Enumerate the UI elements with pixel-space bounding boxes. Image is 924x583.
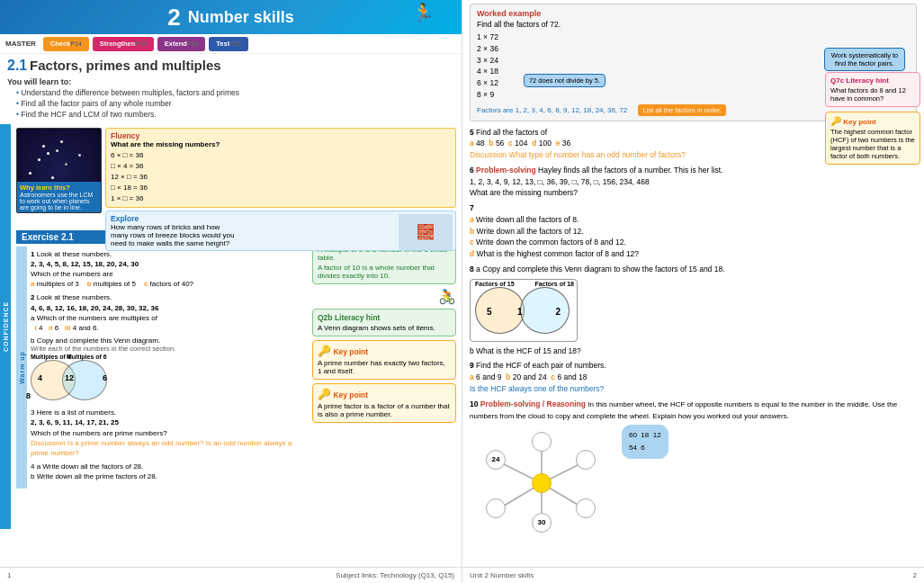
q2b-hint-text: A Venn diagram shows sets of items. — [318, 324, 451, 332]
why-learn-title: Why learn this? — [20, 184, 98, 192]
venn-area: b Copy and complete this Venn diagram. W… — [31, 336, 305, 405]
key-point-prime-factor-title: 🔑 Key point — [318, 388, 451, 400]
why-learn-box: Why learn this? Astronomers use the LCM … — [17, 182, 101, 212]
wheel-node-top — [532, 432, 552, 452]
explore-image: 🧱 — [399, 214, 453, 250]
fluency-title: Fluency — [111, 131, 451, 140]
literacy-hint-title: Q7c Literacy hint — [830, 76, 915, 85]
key-point-right-title: 🔑 Key point — [830, 116, 915, 126]
explore-text: How many rows of bricks and how many row… — [111, 223, 237, 247]
exercise-right-hints: Q1 hint A multiple of 3 is a number in t… — [312, 230, 456, 489]
venn-r-circle-right — [520, 287, 570, 334]
pair-1: 1 × 72 — [477, 31, 498, 43]
question-10: 10 Problem-solving / Reasoning In this n… — [470, 399, 917, 542]
fluency-item-3: 12 × □ = 36 — [111, 172, 451, 183]
q2b-hint-box: Q2b Literacy hint A Venn diagram shows s… — [312, 309, 456, 336]
wheel-node-top-left: 24 — [486, 450, 506, 470]
tab-strengthen[interactable]: Strengthen P15 — [93, 37, 154, 51]
key-point-prime-box: 🔑 Key point A prime number has exactly t… — [312, 340, 456, 380]
question-7: 7 a Write down all the factors of 8. b W… — [470, 202, 917, 260]
tab-extend[interactable]: Extend P22 — [157, 37, 205, 51]
wheel-node-bottom: 30 — [532, 513, 552, 533]
fluency-question: What are the missing numbers? — [111, 140, 451, 148]
fluency-explore-col: Fluency What are the missing numbers? 6 … — [105, 128, 456, 227]
question-3: 3 Here is a list of numbers. 2, 3, 6, 9,… — [31, 408, 305, 458]
warm-up-area: Warm up 1 Look at these numbers. 2, 3, 4… — [16, 247, 309, 489]
left-footer: 1 Subject links: Technology (Q13, Q15) — [0, 567, 462, 583]
literacy-hint-box: Q7c Literacy hint What factors do 8 and … — [825, 72, 920, 107]
image-fluency-row: Why learn this? Astronomers use the LCM … — [16, 128, 456, 227]
fluency-item-2: □ × 4 = 36 — [111, 161, 451, 172]
q2b-hint-title: Q2b Literacy hint — [318, 313, 451, 322]
q5-discussion: Discussion What type of number has an od… — [470, 150, 686, 159]
wheel-node-top-right — [576, 450, 596, 470]
space-image: Why learn this? Astronomers use the LCM … — [16, 128, 102, 213]
right-sidebar: Q7c Literacy hint What factors do 8 and … — [825, 72, 924, 165]
questions-area: 1 Look at these numbers. 2, 3, 4, 5, 8, … — [27, 247, 309, 489]
fluency-item-1: 6 × □ = 36 — [111, 150, 451, 161]
why-learn-text: Astronomers use the LCM to work out when… — [20, 192, 98, 211]
pair-4: 4 × 18 — [477, 66, 498, 77]
learn-bullet-1: Understand the difference between multip… — [7, 88, 454, 99]
learn-bullet-2: Find all the factor pairs of any whole n… — [7, 99, 454, 110]
confidence-sidebar: CONFIDENCE — [0, 124, 11, 529]
q1-hint-text2: A factor of 10 is a whole number that di… — [318, 264, 451, 280]
wheel-center — [532, 473, 552, 493]
question-9: 9 Find the HCF of each pair of numbers. … — [470, 360, 917, 394]
wheel-grid: 30 24 — [470, 425, 614, 542]
systematically-bubble: Work systematically to find the factor p… — [824, 48, 905, 71]
key-point-right-box: 🔑 Key point The highest common factor (H… — [825, 112, 920, 165]
fluency-box: Fluency What are the missing numbers? 6 … — [105, 128, 456, 208]
venn-diagram: Multiples of 4 Multiples of 6 4 12 6 8 — [31, 355, 112, 405]
question-4: 4 a Write down all the factors of 28. b … — [31, 462, 305, 481]
main-content: Why learn this? Astronomers use the LCM … — [11, 124, 462, 529]
question-1: 1 Look at these numbers. 2, 3, 4, 5, 8, … — [31, 249, 305, 290]
pair-3: 3 × 24 — [477, 55, 498, 67]
number-cloud: 60 18 12 54 6 — [622, 425, 668, 460]
right-footer: Unit 2 Number skills 2 — [462, 567, 924, 583]
master-label: MASTER — [5, 40, 36, 48]
venn-right-diagram: Factors of 15 Factors of 18 5 1 2 — [470, 279, 578, 342]
you-will-learn: You will learn to: — [7, 77, 454, 86]
venn-diagram-container: Multiples of 4 Multiples of 6 4 12 6 8 — [31, 355, 305, 405]
pair-5: 6 × 12 — [477, 77, 498, 89]
section-heading: 2.1 Factors, primes and multiples — [0, 54, 462, 76]
worked-example-title: Worked example — [477, 9, 910, 18]
fluency-item-5: 1 × □ = 36 — [111, 193, 451, 204]
chapter-header: 2 Number skills 🏃 — [0, 0, 462, 34]
section-title: Factors, primes and multiples — [30, 58, 221, 73]
key-point-prime-title: 🔑 Key point — [318, 345, 451, 357]
list-in-order: List all the factors in order. — [638, 104, 726, 116]
key-point-prime-factor-text: A prime factor is a factor of a number t… — [318, 402, 451, 418]
question-8: 8 a Copy and complete this Venn diagram … — [470, 264, 917, 357]
left-page: 2 Number skills 🏃 MASTER Check P14 Stren… — [0, 0, 462, 583]
exercise-left: Exercise 2.1 Warm up 1 Look at these num… — [16, 230, 309, 489]
section-number: 2.1 — [7, 58, 27, 73]
question-6: 6 Problem-solving Hayley finds all the f… — [470, 165, 917, 199]
factors-line: Factors are 1, 2, 3, 4, 6, 8, 9, 12, 18,… — [477, 106, 627, 114]
right-exercises: 5 Find all the factors of a 48 b 56 c 10… — [462, 125, 924, 547]
right-page: 🏃 Worked example Find all the factors of… — [462, 0, 924, 583]
no-divide-bubble: 72 does not divide by 5. — [524, 74, 606, 87]
explore-box: Explore 🧱 How many rows of bricks and ho… — [105, 211, 456, 251]
pair-6: 8 × 9 — [477, 89, 498, 101]
key-point-right-text: The highest common factor (HCF) of two n… — [830, 128, 915, 160]
wheel-node-bottom-left — [486, 498, 506, 518]
cloud-area: 60 18 12 54 6 — [622, 425, 668, 542]
content-area: CONFIDENCE Why learn this? Astronomers u… — [0, 124, 462, 529]
progress-row: MASTER Check P14 Strengthen P15 Extend P… — [0, 34, 462, 54]
worked-example-find: Find all the factors of 72. — [477, 20, 910, 29]
tab-check[interactable]: Check P14 — [43, 37, 89, 51]
learn-bullet-3: Find the HCF and LCM of two numbers. — [7, 110, 454, 121]
literacy-hint-text: What factors do 8 and 12 have in common? — [830, 86, 915, 103]
factor-pairs-list: 1 × 72 2 × 36 3 × 24 4 × 18 6 × 12 8 × 9 — [477, 31, 498, 101]
question-2: 2 Look at these numbers. 4, 6, 8, 12, 16… — [31, 292, 305, 333]
right-exercise-area: 5 Find all the factors of a 48 b 56 c 10… — [462, 125, 924, 547]
exercise-area: Exercise 2.1 Warm up 1 Look at these num… — [16, 230, 456, 489]
venn-right-area: Factors of 15 Factors of 18 5 1 2 — [470, 279, 917, 342]
key-point-prime-text: A prime number has exactly two factors, … — [318, 359, 451, 375]
tab-test[interactable]: Test P25 — [209, 37, 247, 51]
learning-box: You will learn to: Understand the differ… — [0, 76, 462, 124]
chapter-title: Number skills — [188, 8, 294, 27]
warm-up-sidebar: Warm up — [16, 247, 27, 489]
